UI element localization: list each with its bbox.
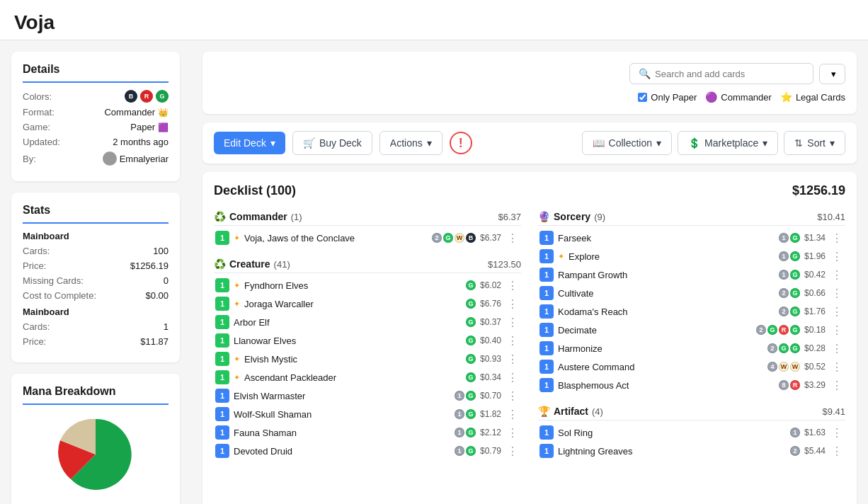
search-input[interactable] xyxy=(655,69,804,79)
more-options-button[interactable]: ⋮ xyxy=(506,371,520,384)
card-name[interactable]: Kodama's Reach xyxy=(558,307,775,317)
card-name[interactable]: Elvish Mystic xyxy=(244,354,462,365)
card-name[interactable]: Farseek xyxy=(558,233,775,244)
colors-label: Colors: xyxy=(23,91,52,102)
filter-commander[interactable]: 🟣 Commander xyxy=(705,91,772,103)
card-name[interactable]: Fauna Shaman xyxy=(234,428,450,438)
game-value: Paper 🟪 xyxy=(130,122,169,132)
more-options-button[interactable]: ⋮ xyxy=(830,379,844,392)
commander-icon: 👑 xyxy=(158,108,169,118)
more-options-button[interactable]: ⋮ xyxy=(830,287,844,300)
card-name[interactable]: Cultivate xyxy=(558,288,775,299)
mana-cost: 2 xyxy=(790,446,800,456)
table-row: 1 Kodama's Reach 2G $1.76 ⋮ xyxy=(538,302,845,321)
more-options-button[interactable]: ⋮ xyxy=(830,323,844,337)
sorcery-section-header: 🔮 Sorcery (9) $10.41 xyxy=(538,208,845,226)
more-options-button[interactable]: ⋮ xyxy=(830,360,844,374)
more-options-button[interactable]: ⋮ xyxy=(506,231,520,245)
table-row: 1 Arbor Elf G $0.37 ⋮ xyxy=(214,313,521,331)
card-name[interactable]: Joraga Warcaller xyxy=(244,299,462,309)
mana-cost: G xyxy=(466,299,476,309)
more-options-button[interactable]: ⋮ xyxy=(830,426,844,440)
qty-badge: 1 xyxy=(215,370,229,384)
more-options-button[interactable]: ⋮ xyxy=(506,334,520,348)
warning-button[interactable]: ! xyxy=(450,132,472,154)
more-options-button[interactable]: ⋮ xyxy=(506,279,520,292)
mana-sym: G xyxy=(790,307,800,316)
updated-label: Updated: xyxy=(23,137,60,147)
card-name[interactable]: Llanowar Elves xyxy=(234,336,462,346)
more-options-button[interactable]: ⋮ xyxy=(506,297,520,311)
qty-badge: 1 xyxy=(215,315,229,329)
card-name[interactable]: Harmonize xyxy=(558,343,763,354)
buy-deck-button[interactable]: 🛒 Buy Deck xyxy=(292,131,372,155)
more-options-button[interactable]: ⋮ xyxy=(506,445,520,458)
more-options-button[interactable]: ⋮ xyxy=(830,305,844,319)
creature-section-header: ♻️ Creature (41) $123.50 xyxy=(214,256,521,273)
card-name[interactable]: Fyndhorn Elves xyxy=(244,280,462,291)
card-name[interactable]: Explore xyxy=(569,251,775,262)
table-row: 1 ✦ Explore 1G $1.96 ⋮ xyxy=(538,247,845,265)
actions-label: Actions xyxy=(390,137,423,149)
card-name[interactable]: Devoted Druid xyxy=(234,446,450,457)
card-name[interactable]: Blasphemous Act xyxy=(558,380,775,391)
card-name[interactable]: Lightning Greaves xyxy=(558,446,786,457)
price-row: Price: $1256.19 xyxy=(23,260,169,271)
missing-label: Missing Cards: xyxy=(23,275,84,286)
mana-sym: G xyxy=(790,325,800,335)
card-name[interactable]: Decimate xyxy=(558,325,752,336)
filter-paper[interactable]: Only Paper xyxy=(638,92,697,103)
edit-deck-button[interactable]: Edit Deck ▾ xyxy=(214,132,285,154)
side-price-label: Price: xyxy=(23,336,46,347)
mana-sym: 2 xyxy=(779,307,789,316)
mana-sym: G xyxy=(790,270,800,280)
more-options-button[interactable]: ⋮ xyxy=(506,408,520,421)
more-options-button[interactable]: ⋮ xyxy=(830,250,844,263)
actions-button[interactable]: Actions ▾ xyxy=(379,131,442,155)
main-content: 🔍 ▾ Only Paper 🟣 Commander xyxy=(191,40,868,504)
filter-paper-checkbox[interactable] xyxy=(638,93,647,102)
sorcery-section-icon: 🔮 xyxy=(538,211,550,222)
sort-chevron: ▾ xyxy=(830,137,835,149)
card-price: $0.40 xyxy=(480,336,501,345)
more-options-button[interactable]: ⋮ xyxy=(830,342,844,355)
card-name[interactable]: Voja, Jaws of the Conclave xyxy=(244,233,428,244)
table-row: 1 Cultivate 2G $0.66 ⋮ xyxy=(538,284,845,302)
artifact-section-icon: 🏆 xyxy=(538,406,550,417)
more-options-button[interactable]: ⋮ xyxy=(830,445,844,458)
card-name[interactable]: Austere Command xyxy=(558,362,763,372)
more-options-button[interactable]: ⋮ xyxy=(506,389,520,403)
marketplace-chevron: ▾ xyxy=(763,137,767,149)
qty-badge: 1 xyxy=(215,278,229,292)
mana-sym: G xyxy=(790,343,800,353)
actions-chevron: ▾ xyxy=(427,137,432,149)
card-name[interactable]: Rampant Growth xyxy=(558,270,775,280)
marketplace-button[interactable]: 💲 Marketplace ▾ xyxy=(678,131,778,155)
sort-button[interactable]: ⇅ Sort ▾ xyxy=(784,131,845,155)
more-options-button[interactable]: ⋮ xyxy=(830,231,844,245)
mana-cost: G xyxy=(466,317,476,327)
updated-row: Updated: 2 months ago xyxy=(23,137,169,147)
side-cards-value: 1 xyxy=(164,321,169,332)
card-name[interactable]: Elvish Warmaster xyxy=(234,391,450,401)
more-options-button[interactable]: ⋮ xyxy=(506,316,520,329)
search-box[interactable]: 🔍 xyxy=(629,63,813,84)
by-value: Emnalyeriar xyxy=(103,151,169,166)
mainboard-dropdown[interactable]: ▾ xyxy=(819,64,845,84)
filter-legal[interactable]: ⭐ Legal Cards xyxy=(780,91,845,103)
card-name[interactable]: Arbor Elf xyxy=(234,317,462,328)
table-row: 1 Sol Ring 1 $1.63 ⋮ xyxy=(538,423,845,442)
updated-value: 2 months ago xyxy=(113,137,169,147)
card-name[interactable]: Wolf-Skull Shaman xyxy=(234,409,450,420)
side-price-value: $11.87 xyxy=(140,336,169,347)
gold-star-icon: ✦ xyxy=(234,355,240,364)
more-options-button[interactable]: ⋮ xyxy=(506,426,520,440)
qty-badge: 1 xyxy=(539,231,554,245)
card-name[interactable]: Sol Ring xyxy=(558,428,786,438)
collection-button[interactable]: 📖 Collection ▾ xyxy=(582,131,672,155)
mana-cost: 1G xyxy=(455,446,476,456)
card-name[interactable]: Ascendant Packleader xyxy=(244,372,462,383)
more-options-button[interactable]: ⋮ xyxy=(506,353,520,366)
more-options-button[interactable]: ⋮ xyxy=(830,268,844,282)
left-column: ♻️ Commander (1) $6.37 1 ✦ Voja, Jaws of… xyxy=(214,208,521,469)
